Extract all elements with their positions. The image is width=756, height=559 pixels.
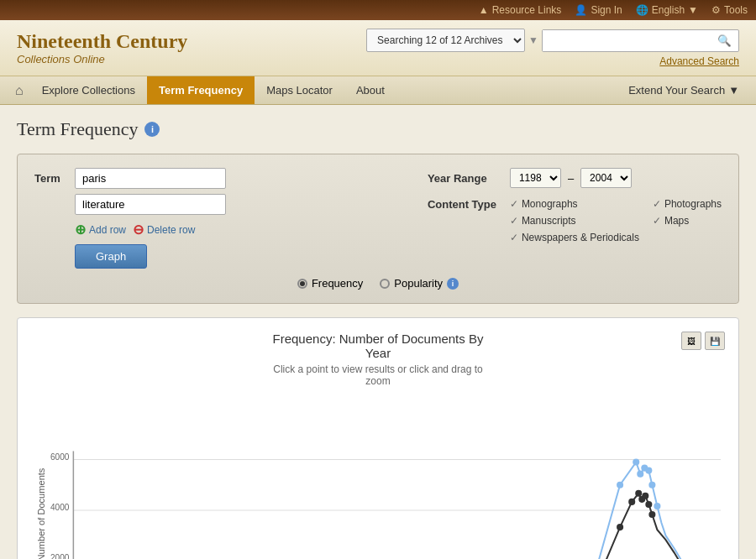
content-maps: ✓ Maps: [653, 215, 722, 227]
add-row-button[interactable]: ⊕ Add row: [75, 222, 126, 238]
extend-search[interactable]: Extend Your Search ▼: [620, 84, 748, 97]
content-type-cols: ✓ Monographs ✓ Manuscripts ✓ Newspapers …: [510, 198, 722, 243]
chart-svg-wrapper[interactable]: Number of Documents 0 2000 4000 6000 119…: [31, 397, 725, 559]
popularity-radio[interactable]: [380, 279, 390, 289]
popularity-info-icon[interactable]: i: [447, 278, 459, 290]
frequency-radio-label[interactable]: Frequency: [297, 277, 363, 290]
chart-icons: 🖼 💾: [681, 332, 725, 350]
nav-maps-locator[interactable]: Maps Locator: [255, 76, 344, 104]
svg-point-47: [648, 511, 655, 518]
logo-area: Nineteenth Century Collections Online: [17, 30, 187, 65]
term-input-2[interactable]: [75, 194, 226, 215]
nav-explore[interactable]: Explore Collections: [30, 76, 147, 104]
language-selector[interactable]: 🌐 English ▼: [636, 4, 698, 16]
manuscripts-label: Manuscripts: [522, 215, 576, 227]
frequency-chart-svg[interactable]: Number of Documents 0 2000 4000 6000 119…: [31, 397, 725, 559]
info-icon[interactable]: i: [144, 122, 160, 137]
delete-row-button[interactable]: ⊖ Delete row: [133, 222, 195, 238]
popularity-radio-label[interactable]: Popularity i: [380, 277, 459, 290]
gear-icon: ⚙: [711, 4, 721, 16]
chart-download-button[interactable]: 💾: [705, 332, 725, 350]
resource-links[interactable]: ▲ Resource Links: [479, 4, 562, 16]
svg-point-45: [642, 493, 648, 499]
year-range-row: Year Range 1198 – 2004: [428, 168, 722, 188]
year-content-section: Year Range 1198 – 2004 Content Type ✓: [428, 168, 722, 243]
user-icon: 👤: [575, 4, 587, 16]
term-section: Term ⊕ Add row ⊖ Delete row Graph: [34, 168, 411, 269]
search-input[interactable]: [543, 30, 711, 51]
check-maps-icon: ✓: [653, 215, 661, 227]
logo-title[interactable]: Nineteenth Century: [17, 30, 187, 52]
svg-text:Number of Documents: Number of Documents: [36, 468, 46, 559]
monographs-label: Monographs: [522, 198, 578, 210]
year-range-dash: –: [568, 172, 574, 185]
content-col-1: ✓ Monographs ✓ Manuscripts ✓ Newspapers …: [510, 198, 639, 243]
year-start-select[interactable]: 1198: [510, 168, 561, 188]
year-range-label: Year Range: [428, 172, 503, 185]
graph-button[interactable]: Graph: [75, 244, 147, 269]
panel-top: Term ⊕ Add row ⊖ Delete row Graph: [34, 168, 722, 269]
svg-text:2000: 2000: [50, 553, 70, 559]
photographs-label: Photographs: [664, 198, 722, 210]
content-type-row: Content Type ✓ Monographs ✓ Manuscripts: [428, 198, 722, 243]
term-label: Term: [34, 172, 68, 185]
tools[interactable]: ⚙ Tools: [711, 4, 748, 16]
svg-point-33: [633, 459, 639, 466]
extend-search-arrow-icon: ▼: [728, 84, 739, 97]
page-title-row: Term Frequency i: [17, 118, 739, 140]
content-newspapers: ✓ Newspapers & Periodicals: [510, 232, 639, 243]
term-row1: Term: [34, 168, 411, 189]
logo-subtitle: Collections Online: [17, 53, 187, 65]
page-title: Term Frequency: [17, 118, 138, 140]
svg-point-36: [645, 468, 652, 474]
extend-search-label: Extend Your Search: [628, 84, 725, 97]
search-button[interactable]: 🔍: [711, 30, 738, 51]
svg-point-38: [654, 503, 660, 509]
nav-term-frequency[interactable]: Term Frequency: [147, 76, 255, 104]
nav-about[interactable]: About: [344, 76, 396, 104]
svg-text:6000: 6000: [50, 452, 70, 462]
content-monographs: ✓ Monographs: [510, 198, 639, 210]
frequency-label: Frequency: [312, 277, 363, 290]
svg-point-42: [628, 499, 635, 505]
chart-image-button[interactable]: 🖼: [681, 332, 701, 350]
add-delete-row: ⊕ Add row ⊖ Delete row: [75, 222, 411, 238]
minus-icon: ⊖: [133, 222, 144, 238]
advanced-search-link[interactable]: Advanced Search: [659, 55, 739, 67]
search-area: Searching 12 of 12 Archives ▼ 🔍 Advanced…: [366, 29, 739, 67]
svg-point-37: [648, 482, 655, 488]
archive-selector[interactable]: Searching 12 of 12 Archives: [366, 29, 525, 52]
year-end-select[interactable]: 2004: [580, 168, 632, 188]
topbar: ▲ Resource Links 👤 Sign In 🌐 English ▼ ⚙…: [0, 0, 756, 20]
dropdown-arrow-icon: ▼: [688, 4, 698, 16]
frequency-radio[interactable]: [297, 279, 307, 289]
home-icon: ⌂: [15, 83, 24, 98]
newspapers-label: Newspapers & Periodicals: [522, 232, 639, 243]
term-input-1[interactable]: [75, 168, 226, 189]
chart-title: Frequency: Number of Documents By Year: [262, 332, 493, 360]
content-col-2: ✓ Photographs ✓ Maps: [653, 198, 722, 243]
search-panel: Term ⊕ Add row ⊖ Delete row Graph: [17, 154, 739, 304]
main-content: Term Frequency i Term ⊕ Add row: [0, 105, 756, 559]
home-button[interactable]: ⌂: [8, 76, 30, 104]
check-monographs-icon: ✓: [510, 198, 518, 210]
popularity-label: Popularity: [394, 277, 443, 290]
sign-in[interactable]: 👤 Sign In: [575, 4, 622, 16]
nav-left: ⌂ Explore Collections Term Frequency Map…: [8, 76, 396, 104]
chart-container: Frequency: Number of Documents By Year C…: [17, 317, 739, 559]
resource-links-arrow-icon: ▲: [479, 4, 489, 16]
search-row: Searching 12 of 12 Archives ▼ 🔍: [366, 29, 739, 52]
maps-label: Maps: [664, 215, 689, 227]
svg-point-43: [635, 490, 642, 497]
content-type-label: Content Type: [428, 198, 503, 211]
svg-text:4000: 4000: [50, 503, 70, 512]
svg-point-46: [645, 501, 652, 508]
globe-icon: 🌐: [636, 4, 648, 16]
svg-point-34: [637, 471, 643, 478]
plus-icon: ⊕: [75, 222, 86, 238]
svg-point-41: [617, 524, 623, 530]
check-manuscripts-icon: ✓: [510, 215, 518, 227]
check-newspapers-icon: ✓: [510, 232, 518, 243]
chart-subtitle: Click a point to view results or click a…: [262, 363, 493, 387]
term-row2: [75, 194, 411, 215]
